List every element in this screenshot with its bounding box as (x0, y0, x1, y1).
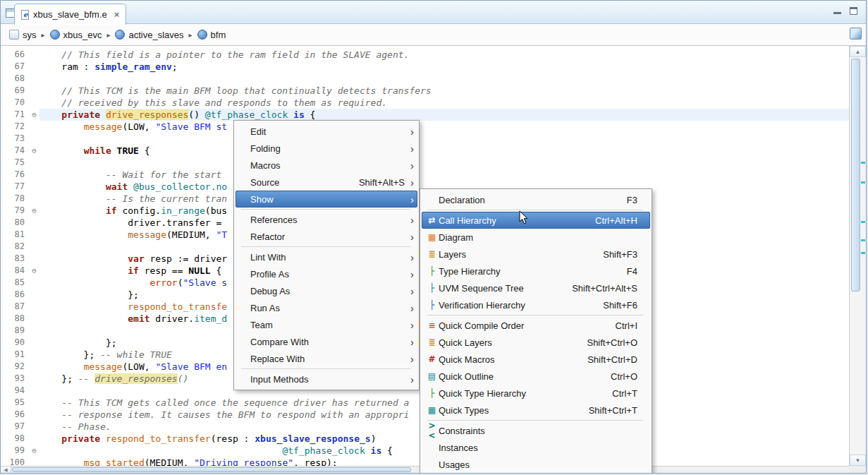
breadcrumb-item-active-slaves[interactable]: active_slaves (112, 28, 186, 42)
menu-item-show[interactable]: Show› (236, 191, 417, 208)
fold-collapse-icon[interactable]: ⊖ (29, 205, 39, 217)
fold-collapse-icon[interactable]: ⊖ (29, 445, 39, 457)
menu-item-replace-with[interactable]: Replace With› (236, 350, 417, 367)
fold-gutter (29, 181, 39, 193)
menu-item-label: Quick Macros (439, 354, 575, 365)
breadcrumb: sys▸xbus_evc▸active_slaves▸bfm (1, 24, 866, 46)
code-line[interactable]: 67 ram : simple_ram_env; (1, 61, 849, 73)
code-line[interactable]: 70 // received by this slave and respond… (1, 97, 849, 109)
breadcrumb-item-xbus-evc[interactable]: xbus_evc (47, 28, 105, 42)
fold-collapse-icon[interactable]: ⊖ (29, 145, 39, 157)
menu-item-declaration[interactable]: DeclarationF3 (422, 191, 650, 208)
breadcrumb-item-bfm[interactable]: bfm (195, 28, 229, 42)
menu-item-layers[interactable]: ≣LayersShift+F3 (422, 246, 650, 263)
fold-gutter (29, 97, 39, 109)
menu-item-accelerator: Shift+Ctrl+O (587, 337, 637, 348)
code-line[interactable]: 71⊖ private drive_responses() @tf_phase_… (1, 109, 849, 121)
menu-item-folding[interactable]: Folding› (236, 140, 417, 157)
fold-gutter (29, 289, 39, 301)
menu-item-macros[interactable]: Macros› (236, 157, 417, 174)
menu-item-quick-types[interactable]: ▦Quick TypesShift+Ctrl+T (422, 402, 650, 419)
menu-item-verification-hierarchy[interactable]: ├Verification HierarchyShift+F6 (422, 296, 650, 313)
fold-collapse-icon[interactable]: ⊖ (29, 109, 39, 121)
tab-title: xbus_slave_bfm.e (33, 9, 107, 20)
breadcrumb-chevron-icon: ▸ (42, 31, 45, 39)
menu-item-edit[interactable]: Edit› (236, 123, 417, 140)
line-number: 81 (1, 229, 29, 241)
code-line[interactable]: 74⊖ while TRUE { (1, 145, 849, 157)
line-number: 89 (1, 325, 29, 337)
fold-gutter (29, 241, 39, 253)
fold-gutter (29, 157, 39, 169)
menu-item-diagram[interactable]: ▦Diagram (422, 229, 650, 246)
line-number: 86 (1, 289, 29, 301)
menu-item-call-hierarchy[interactable]: ⇄Call HierarchyCtrl+Alt+H (422, 212, 650, 229)
breadcrumb-item-sys[interactable]: sys (6, 28, 39, 42)
code-line[interactable]: 66 // This field is a pointer to the ram… (1, 49, 849, 61)
menu-item-type-hierarchy[interactable]: ├Type HierarchyF4 (422, 263, 650, 279)
menu-item-label: Quick Types (439, 405, 576, 416)
code-line[interactable]: 68 (1, 73, 849, 85)
line-number: 83 (1, 253, 29, 265)
line-number: 90 (1, 337, 29, 349)
code-line[interactable]: 76 -- Wait for the start (1, 169, 849, 181)
menu-item-refactor[interactable]: Refactor› (236, 228, 417, 245)
code-line[interactable]: 69 // This TCM is the main BFM loop that… (1, 85, 849, 97)
fold-gutter (29, 373, 39, 385)
menu-item-run-as[interactable]: Run As› (236, 299, 417, 316)
menu-item-constraints[interactable]: ><Constraints (422, 422, 650, 439)
submenu-arrow-icon: › (405, 303, 414, 313)
tab-close-icon[interactable]: × (114, 9, 120, 20)
menu-item-label: Input Methods (239, 374, 392, 385)
submenu-arrow-icon: › (405, 232, 414, 242)
menu-item-profile-as[interactable]: Profile As› (236, 265, 417, 282)
menu-item-compare-with[interactable]: Compare With› (236, 333, 417, 350)
menu-item-quick-macros[interactable]: #Quick MacrosShift+Ctrl+D (422, 351, 650, 368)
scroll-down-icon[interactable]: ▼ (850, 455, 866, 466)
menu-item-team[interactable]: Team› (236, 316, 417, 333)
menu-item-uvm-sequence-tree[interactable]: ├UVM Sequence TreeShift+Ctrl+Alt+S (422, 279, 650, 296)
breadcrumb-chevron-icon: ▸ (106, 31, 110, 39)
menu-item-quick-outline[interactable]: ▤Quick OutlineCtrl+O (422, 368, 650, 385)
scroll-up-icon[interactable]: ▲ (850, 46, 866, 57)
menu-item-label: Compare With (239, 337, 392, 347)
breadcrumb-items: sys▸xbus_evc▸active_slaves▸bfm (6, 28, 228, 42)
code-line[interactable]: 72 message(LOW, "Slave BFM st (1, 121, 849, 133)
horizontal-scrollbar-thumb[interactable] (12, 467, 411, 472)
fold-collapse-icon[interactable]: ⊖ (29, 265, 39, 277)
type-hierarchy-icon: ├ (425, 266, 439, 276)
breadcrumb-toolbar-icon[interactable] (850, 28, 862, 40)
maximize-view-icon[interactable] (850, 7, 857, 15)
menu-item-usages[interactable]: Usages (422, 456, 650, 473)
line-number: 85 (1, 277, 29, 289)
code-text: while TRUE { (39, 145, 849, 157)
code-line[interactable]: 75 (1, 157, 849, 169)
vertical-scrollbar[interactable]: ▲ ▼ (849, 46, 866, 466)
submenu-arrow-icon: › (405, 143, 414, 154)
menu-item-source[interactable]: SourceShift+Alt+S› (236, 174, 417, 191)
fold-gutter (29, 325, 39, 337)
menu-item-debug-as[interactable]: Debug As› (236, 282, 417, 299)
menu-item-quick-compile-order[interactable]: ≡Quick Compile OrderCtrl+I (422, 317, 650, 334)
line-number: 79 (1, 205, 29, 217)
breadcrumb-label: sys (23, 30, 37, 40)
code-text: -- Wait for the start (39, 169, 849, 181)
vertical-scrollbar-thumb[interactable] (851, 59, 860, 291)
code-text: // This field is a pointer to the ram fi… (39, 49, 849, 61)
menu-item-instances[interactable]: Instances (422, 439, 650, 456)
line-number: 82 (1, 241, 29, 253)
menu-item-accelerator: Ctrl+Alt+H (595, 215, 637, 226)
menu-item-lint-with[interactable]: Lint With› (236, 248, 417, 265)
active-slaves-icon (115, 30, 125, 40)
line-number: 76 (1, 169, 29, 181)
scroll-left-icon[interactable]: ◀ (1, 467, 11, 473)
menu-item-label: Folding (239, 143, 392, 154)
menu-item-quick-type-hierarchy[interactable]: ├Quick Type HierarchyCtrl+T (422, 385, 650, 402)
menu-item-references[interactable]: References› (236, 211, 417, 228)
code-line[interactable]: 73 (1, 133, 849, 145)
editor-tab-xbus-slave-bfm[interactable]: xbus_slave_bfm.e × (14, 4, 126, 25)
menu-item-input-methods[interactable]: Input Methods› (236, 371, 417, 387)
menu-item-quick-layers[interactable]: ≣Quick LayersShift+Ctrl+O (422, 334, 650, 351)
minimize-view-icon[interactable] (833, 7, 841, 14)
menu-item-label: Replace With (239, 354, 392, 364)
